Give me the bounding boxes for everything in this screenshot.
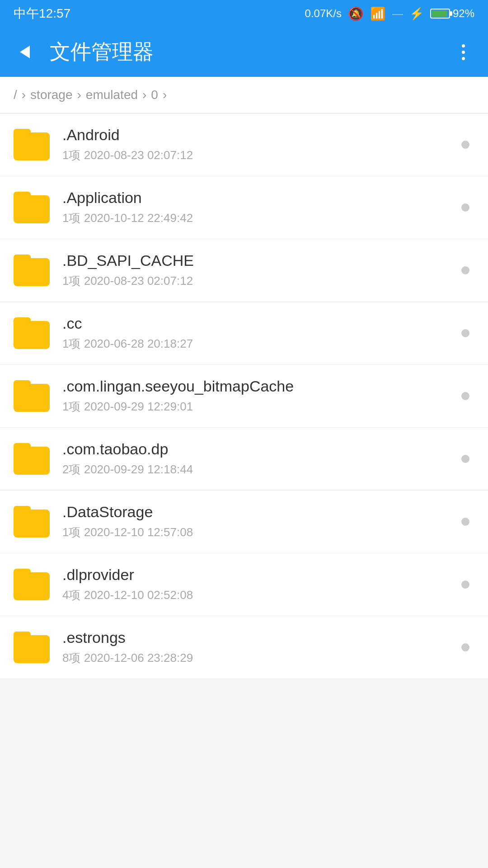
circle-dot-icon [461, 518, 469, 526]
list-item[interactable]: .dlprovider 4项 2020-12-10 02:52:08 [0, 553, 488, 616]
charging-icon: ⚡ [409, 7, 424, 21]
breadcrumb-sep-3: › [142, 88, 146, 102]
file-action-button[interactable] [456, 261, 474, 279]
file-meta: 1项 2020-08-23 02:07:12 [62, 147, 456, 163]
more-options-button[interactable] [452, 41, 474, 63]
file-meta: 1项 2020-09-29 12:29:01 [62, 399, 456, 415]
file-action-button[interactable] [456, 136, 474, 154]
file-info: .com.lingan.seeyou_bitmapCache 1项 2020-0… [62, 377, 456, 415]
file-name: .cc [62, 315, 456, 332]
folder-body [14, 258, 50, 286]
file-name: .BD_SAPI_CACHE [62, 252, 456, 269]
file-info: .com.taobao.dp 2项 2020-09-29 12:18:44 [62, 440, 456, 477]
folder-icon [14, 443, 50, 475]
breadcrumb-emulated[interactable]: emulated [86, 88, 138, 102]
battery-container: 92% [430, 7, 474, 20]
file-meta: 4项 2020-12-10 02:52:08 [62, 587, 456, 603]
list-item[interactable]: .Application 1项 2020-10-12 22:49:42 [0, 176, 488, 239]
circle-dot-icon [461, 643, 469, 651]
file-meta: 1项 2020-12-10 12:57:08 [62, 524, 456, 540]
file-meta: 1项 2020-10-12 22:49:42 [62, 210, 456, 226]
circle-dot-icon [461, 141, 469, 149]
file-info: .BD_SAPI_CACHE 1项 2020-08-23 02:07:12 [62, 252, 456, 289]
folder-body [14, 572, 50, 600]
folder-icon [14, 129, 50, 160]
battery-icon [430, 9, 450, 19]
list-item[interactable]: .Android 1项 2020-08-23 02:07:12 [0, 113, 488, 176]
list-item[interactable]: .com.taobao.dp 2项 2020-09-29 12:18:44 [0, 428, 488, 491]
circle-dot-icon [461, 392, 469, 400]
file-name: .Application [62, 189, 456, 207]
file-name: .com.taobao.dp [62, 440, 456, 458]
wifi-icon: 📶 [370, 6, 386, 21]
status-time: 中午12:57 [14, 5, 70, 22]
breadcrumb-0[interactable]: 0 [151, 88, 158, 102]
folder-body [14, 321, 50, 349]
file-info: .cc 1项 2020-06-28 20:18:27 [62, 315, 456, 352]
breadcrumb-sep-2: › [77, 88, 81, 102]
circle-dot-icon [461, 329, 469, 337]
folder-icon [14, 317, 50, 349]
battery-percent: 92% [453, 7, 474, 20]
file-info: .estrongs 8项 2020-12-06 23:28:29 [62, 629, 456, 666]
file-name: .dlprovider [62, 566, 456, 584]
folder-icon [14, 506, 50, 538]
list-item[interactable]: .estrongs 8项 2020-12-06 23:28:29 [0, 616, 488, 679]
file-name: .Android [62, 126, 456, 144]
battery-fill [432, 10, 447, 17]
circle-dot-icon [461, 580, 469, 589]
file-list: .Android 1项 2020-08-23 02:07:12 .Applica… [0, 113, 488, 679]
file-action-button[interactable] [456, 513, 474, 531]
app-bar: 文件管理器 [0, 27, 488, 77]
file-action-button[interactable] [456, 450, 474, 468]
breadcrumb-storage[interactable]: storage [30, 88, 72, 102]
folder-body [14, 195, 50, 223]
file-action-button[interactable] [456, 387, 474, 405]
signal-icon: — [392, 7, 403, 20]
file-meta: 1项 2020-06-28 20:18:27 [62, 336, 456, 352]
circle-dot-icon [461, 455, 469, 463]
file-meta: 8项 2020-12-06 23:28:29 [62, 650, 456, 666]
back-arrow-icon [20, 46, 30, 58]
dot-icon [462, 57, 465, 60]
file-meta: 2项 2020-09-29 12:18:44 [62, 462, 456, 477]
list-item[interactable]: .com.lingan.seeyou_bitmapCache 1项 2020-0… [0, 365, 488, 428]
file-action-button[interactable] [456, 198, 474, 217]
folder-body [14, 384, 50, 412]
status-bar: 中午12:57 0.07K/s 🔕 📶 — ⚡ 92% [0, 0, 488, 27]
list-item[interactable]: .DataStorage 1项 2020-12-10 12:57:08 [0, 491, 488, 553]
breadcrumb-sep-4: › [163, 88, 167, 102]
folder-body [14, 132, 50, 160]
file-action-button[interactable] [456, 576, 474, 594]
circle-dot-icon [461, 266, 469, 274]
file-meta: 1项 2020-08-23 02:07:12 [62, 273, 456, 289]
notification-muted-icon: 🔕 [348, 6, 364, 21]
folder-body [14, 447, 50, 475]
file-info: .Application 1项 2020-10-12 22:49:42 [62, 189, 456, 226]
file-info: .Android 1项 2020-08-23 02:07:12 [62, 126, 456, 163]
folder-icon [14, 380, 50, 412]
folder-body [14, 509, 50, 538]
dot-icon [462, 44, 465, 47]
file-action-button[interactable] [456, 324, 474, 342]
file-action-button[interactable] [456, 638, 474, 656]
file-name: .DataStorage [62, 503, 456, 521]
file-name: .estrongs [62, 629, 456, 646]
file-name: .com.lingan.seeyou_bitmapCache [62, 377, 456, 395]
dot-icon [462, 51, 465, 54]
folder-icon [14, 632, 50, 663]
back-button[interactable] [14, 41, 36, 63]
folder-body [14, 635, 50, 663]
file-info: .dlprovider 4项 2020-12-10 02:52:08 [62, 566, 456, 603]
folder-icon [14, 569, 50, 600]
breadcrumb: / › storage › emulated › 0 › [0, 77, 488, 113]
folder-icon [14, 192, 50, 223]
file-info: .DataStorage 1项 2020-12-10 12:57:08 [62, 503, 456, 540]
status-icons: 0.07K/s 🔕 📶 — ⚡ 92% [305, 6, 474, 21]
breadcrumb-root[interactable]: / [14, 88, 17, 102]
app-title: 文件管理器 [50, 38, 438, 66]
list-item[interactable]: .BD_SAPI_CACHE 1项 2020-08-23 02:07:12 [0, 239, 488, 302]
list-item[interactable]: .cc 1项 2020-06-28 20:18:27 [0, 302, 488, 365]
breadcrumb-sep-1: › [22, 88, 26, 102]
folder-icon [14, 255, 50, 286]
